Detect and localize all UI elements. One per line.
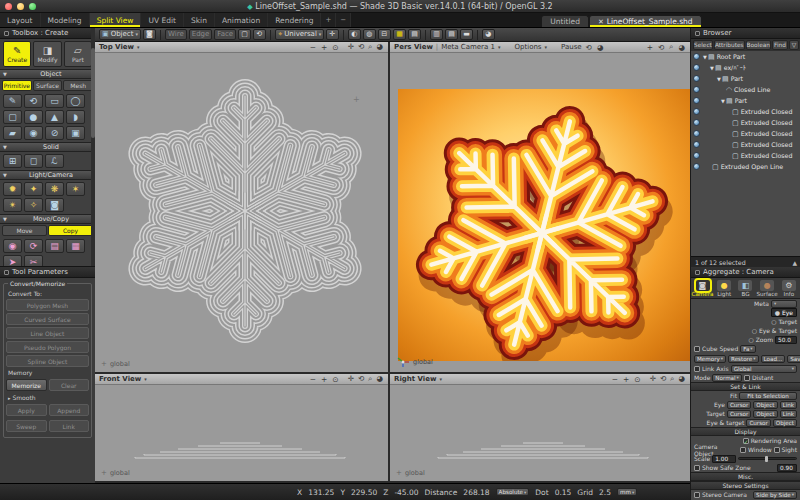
grid-toggle-button[interactable]: ▤ [408,29,421,40]
zoom-radio[interactable]: ○ Zoom [749,336,773,343]
panel-collapse-icon[interactable] [695,270,700,275]
eyetarget-cursor-button[interactable]: Cursor [746,419,770,427]
ambient-light-icon[interactable]: ✴ [3,198,22,212]
tree-row-part2[interactable]: ▼ ▤ Part [691,95,800,106]
zoom-value-field[interactable]: 50.0 [775,336,797,344]
scale-value-field[interactable]: 1.00 [712,455,736,463]
memorize-button[interactable]: Memorize [6,379,47,391]
section-light-camera[interactable]: ▼ Light/Camera [0,170,95,180]
top-view-canvas[interactable]: + + global [95,53,388,372]
revolve-tool-icon[interactable]: ⟲ [24,94,43,108]
panel-collapse-icon[interactable] [695,31,700,36]
pause-button[interactable]: Pause [561,43,582,51]
subtab-primitive[interactable]: Primitive [2,80,32,91]
pan-icon[interactable]: ✛ [347,374,355,384]
memory-button[interactable]: Memory▾ [694,355,726,363]
visibility-toggle[interactable] [693,64,700,71]
ies-light-icon[interactable]: ✧ [24,198,43,212]
marquee-select-button[interactable]: ▢ [238,29,251,40]
chevron-down-icon[interactable]: ▾ [498,44,501,50]
camera-mode-button[interactable]: ◙ [143,29,156,40]
face-select-button[interactable]: Face [214,29,236,40]
tab-layout[interactable]: Layout [0,13,41,27]
visibility-toggle[interactable] [693,163,700,170]
single-view-button[interactable]: ▥ [430,29,443,40]
eye-target-radio[interactable]: ○ Eye & Target [752,327,797,334]
viewport-name[interactable]: Pers View [394,43,433,51]
orbit-icon[interactable]: ⟲ [357,374,365,384]
pen-tool-icon[interactable]: ✎ [3,94,22,108]
rotate-copy-icon[interactable]: ⟳ [24,239,43,253]
trim-icon[interactable]: ✂ [24,255,43,266]
visibility-toggle[interactable] [693,119,700,126]
toolbox-tab-create[interactable]: ✎ Create [3,41,31,67]
smooth-apply-button[interactable]: Apply [6,404,47,416]
point-light-icon[interactable]: ✹ [3,182,22,196]
convert-line-object-button[interactable]: Line Object [6,327,89,339]
zoom-out-icon[interactable]: − [309,375,317,384]
fit-to-selection-button[interactable]: Fit to Selection [739,392,797,400]
zoom-out-icon[interactable]: − [309,43,317,52]
magnify-icon[interactable]: ⌕ [668,42,674,52]
edge-select-button[interactable]: Edge [189,29,213,40]
eye-cursor-button[interactable]: Cursor [727,401,751,409]
tab-uv-edit[interactable]: UV Edit [141,13,184,27]
shade-preview-icon[interactable]: ◕ [596,43,605,52]
show-safe-zone-checkbox[interactable] [694,465,700,471]
close-tab-icon[interactable]: ✕ [598,18,604,26]
agg-tab-bg[interactable]: ◧ BG [736,280,754,297]
section-object[interactable]: ▼ Object [0,69,95,79]
remove-workspace-icon[interactable]: − [336,13,351,27]
convert-pseudo-polygon-button[interactable]: Pseudo Polygon [6,341,89,353]
display-mode-icon[interactable]: ◕ [677,43,686,52]
hemisphere-tool-icon[interactable]: ◗ [66,110,85,124]
visibility-toggle[interactable] [693,141,700,148]
eye-link-button[interactable]: Link [780,401,797,409]
target-object-button[interactable]: Object [753,410,777,418]
meta-dropdown[interactable]: ▾ [771,300,797,308]
agg-tab-info[interactable]: ⚙ Info [780,280,798,297]
visibility-toggle[interactable] [693,97,700,104]
target-link-button[interactable]: Link [780,410,797,418]
add-workspace-icon[interactable]: + [321,13,336,27]
rectangle-tool-icon[interactable]: ▭ [45,94,64,108]
zoom-tool-icon[interactable]: ⊙ [331,375,339,384]
visibility-toggle[interactable] [693,53,700,60]
tab-skin[interactable]: Skin [184,13,215,27]
smooth-append-button[interactable]: Append [49,404,90,416]
subtab-copy[interactable]: Copy [48,225,93,236]
camera-select-dropdown[interactable]: Meta Camera 1 [441,43,495,51]
camera-object-window-checkbox[interactable] [740,447,746,453]
refresh-icon[interactable]: ⟲ [585,43,593,52]
zoom-in-icon[interactable]: + [646,43,654,52]
mirror-icon[interactable]: ▤ [45,239,64,253]
target-radio[interactable]: ○ Target [771,318,797,325]
right-view-canvas[interactable]: + global [390,385,690,481]
magnify-icon[interactable]: ⌕ [367,374,373,384]
sphere-tool-icon[interactable]: ● [24,110,43,124]
tree-row-extruded-closed[interactable]: ▢ Extruded Closed [691,128,800,139]
agg-tab-light[interactable]: ● Light [715,280,733,297]
toolbox-tab-part[interactable]: ▱ Part [64,41,92,67]
eye-object-button[interactable]: Object [753,401,777,409]
mode-dropdown[interactable]: Normal▾ [712,374,742,382]
restore-button[interactable]: Restore▾ [728,355,759,363]
front-view-canvas[interactable]: + global [95,385,388,481]
filter-funnel-icon[interactable]: ▽ [789,40,799,50]
options-dropdown[interactable]: Options [514,43,541,51]
zoom-tool-icon[interactable]: ⊙ [633,375,641,384]
background-toggle-button[interactable]: ◍ [363,29,376,40]
visibility-toggle[interactable] [693,75,700,82]
zoom-tool-icon[interactable]: ⊙ [331,43,339,52]
visibility-toggle[interactable] [693,130,700,137]
subtab-mesh[interactable]: Mesh [63,80,93,91]
camera-object-sight-checkbox[interactable] [774,447,780,453]
chevron-down-icon[interactable]: ▾ [144,376,147,382]
panel-collapse-icon[interactable] [4,31,9,36]
tree-row-extruded-closed[interactable]: ▢ Extruded Closed [691,106,800,117]
zoom-in-icon[interactable]: + [622,375,630,384]
array-icon[interactable]: ▦ [66,239,85,253]
panel-collapse-icon[interactable] [4,270,9,275]
eyetarget-object-button[interactable]: Object [773,419,797,427]
cube-speed-dropdown[interactable]: Fa▾ [740,345,755,353]
